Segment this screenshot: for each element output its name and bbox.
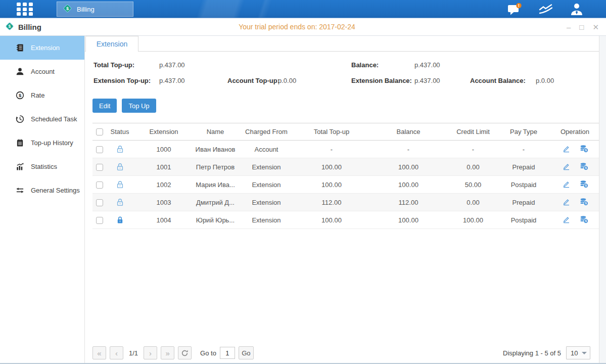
column-header: Extension [133,123,194,141]
prev-page-button[interactable]: ‹ [110,346,123,359]
balance-label: Balance: [351,61,379,69]
column-header: Name [194,123,237,141]
sidebar-item-label: Top-up History [31,139,73,147]
row-checkbox[interactable] [96,146,103,153]
svg-text:$: $ [66,6,69,11]
messages-icon[interactable]: ! [507,3,522,16]
pagination-bar: « ‹ 1/1 › » Go to Go Displaying 1 - 5 of… [92,346,599,360]
pagination-controls: « ‹ 1/1 › » Go to Go [92,346,254,359]
lock-closed-icon[interactable] [116,216,124,224]
credit-limit-cell: 50.00 [450,176,496,194]
next-page-button[interactable]: › [144,346,157,359]
statistics-icon [15,162,24,171]
charged-from-cell: Extension [237,176,296,194]
status-cell [106,176,133,194]
apps-grid-icon[interactable] [17,3,34,16]
account-topup-value: p.0.00 [278,77,296,84]
statistics-chart-icon[interactable] [538,3,553,15]
lock-open-icon[interactable] [116,145,124,153]
scrollbar-track[interactable] [599,36,606,364]
credit-limit-cell: - [450,141,496,158]
row-select-cell [92,141,106,158]
go-button[interactable]: Go [239,346,254,359]
action-buttons: Edit Top Up [92,99,606,113]
svg-text:$: $ [18,93,21,98]
column-header: Status [106,123,133,141]
operation-cell: $ [551,141,599,158]
sidebar-item-top-up-history[interactable]: Top-up History [0,131,84,155]
topbar: $ Billing ! [0,0,606,18]
edit-button[interactable]: Edit [92,99,117,113]
total-topup-label: Total Top-up: [94,61,134,69]
tab-extension[interactable]: Extension [85,36,138,52]
lock-open-icon[interactable] [116,198,124,206]
svg-text:$: $ [585,201,587,205]
lock-open-icon[interactable] [116,163,124,171]
first-page-button[interactable]: « [92,346,106,359]
row-checkbox[interactable] [96,181,103,189]
sidebar-item-rate[interactable]: $Rate [0,83,84,107]
credit-limit-cell: 0.00 [450,158,496,176]
name-cell: Иван Иванов [194,141,237,158]
topup-coins-icon[interactable]: $ [580,198,588,206]
minimize-icon[interactable]: – [567,23,571,31]
extension-balance-value: p.437.00 [414,77,440,84]
edit-pencil-icon[interactable] [562,180,571,188]
refresh-icon[interactable] [178,346,192,359]
goto-label: Go to [200,349,216,357]
close-icon[interactable]: ✕ [592,23,599,31]
sidebar-item-general-settings[interactable]: General Settings [0,178,84,202]
row-checkbox[interactable] [96,199,103,206]
row-checkbox[interactable] [96,164,103,171]
table-row: 1003Дмитрий Д...Extension112.00112.000.0… [92,194,599,211]
topup-coins-icon[interactable]: $ [580,162,588,170]
page-size-dropdown[interactable]: 10 [566,346,590,359]
edit-pencil-icon[interactable] [562,162,571,170]
pay-type-cell: Prepaid [496,194,551,211]
extension-cell: 1003 [133,194,194,211]
balance-cell: 100.00 [367,158,450,176]
column-header: Total Top-up [296,123,367,141]
charged-from-cell: Account [237,141,296,158]
topup-coins-icon[interactable]: $ [580,180,588,188]
extension-table: StatusExtensionNameCharged FromTotal Top… [92,123,599,229]
last-page-button[interactable]: » [161,346,174,359]
pay-type-cell: - [496,141,551,158]
extension-topup-label: Extension Top-up: [94,77,151,84]
edit-pencil-icon[interactable] [562,215,571,223]
status-cell [106,141,133,158]
topup-coins-icon[interactable]: $ [580,145,588,153]
topup-button[interactable]: Top Up [122,99,156,113]
operation-cell: $ [551,194,599,211]
operation-cell: $ [551,158,599,176]
row-select-cell [92,211,106,229]
pay-type-cell: Prepaid [496,158,551,176]
total-topup-cell: 100.00 [296,158,367,176]
total-topup-cell: 112.00 [296,194,367,211]
maximize-icon[interactable]: □ [579,23,584,31]
user-icon[interactable] [570,3,584,16]
edit-pencil-icon[interactable] [562,198,571,206]
name-cell: Дмитрий Д... [194,194,237,211]
topup-coins-icon[interactable]: $ [580,215,588,223]
sidebar-item-statistics[interactable]: Statistics [0,155,84,178]
sidebar-item-label: Statistics [31,163,57,170]
svg-text:$: $ [9,24,11,29]
sidebar-item-account[interactable]: Account [0,60,84,83]
goto-page-input[interactable] [220,347,235,359]
charged-from-cell: Extension [237,211,296,229]
total-topup-cell: 100.00 [296,211,367,229]
table-row: 1000Иван ИвановAccount----$ [92,141,599,158]
edit-pencil-icon[interactable] [562,145,571,153]
select-all-checkbox[interactable] [96,128,103,135]
name-cell: Мария Ива... [194,176,237,194]
app-tab-billing[interactable]: $ Billing [57,2,133,17]
extension-cell: 1001 [133,158,194,176]
svg-text:$: $ [585,184,587,187]
row-checkbox[interactable] [96,217,103,224]
sidebar-item-scheduled-task[interactable]: Scheduled Task [0,107,84,131]
lock-open-icon[interactable] [116,180,124,189]
rate-icon: $ [15,91,24,100]
sidebar-item-extension[interactable]: Extension [0,36,84,60]
credit-limit-cell: 0.00 [450,194,496,211]
